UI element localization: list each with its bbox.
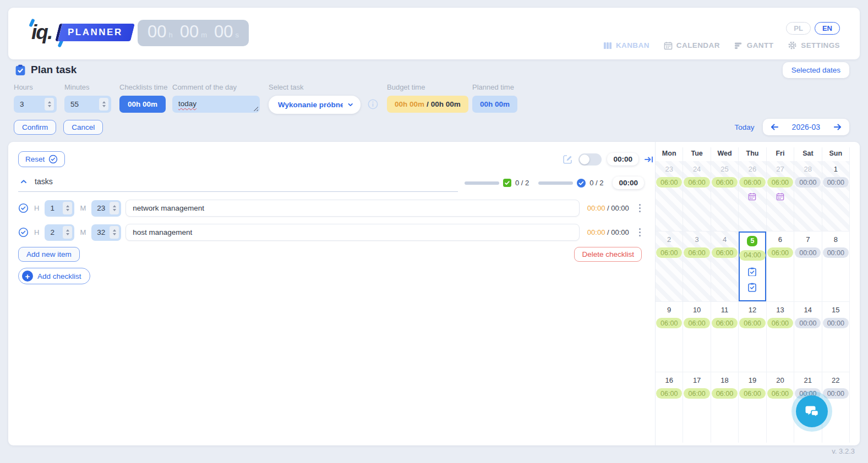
calendar-day-cell[interactable]: 800:00 bbox=[822, 232, 850, 301]
calendar-day-cell[interactable]: 306:00 bbox=[683, 232, 711, 301]
blue-check-icon bbox=[577, 179, 586, 188]
hours-stepper[interactable] bbox=[45, 98, 54, 111]
day-time-badge: 00:00 bbox=[795, 318, 821, 328]
calendar-day-cell[interactable]: 2006:00 bbox=[767, 372, 794, 443]
item-time-display: 00:00 / 00:00 bbox=[587, 204, 629, 212]
item-menu-button[interactable] bbox=[636, 226, 644, 239]
prev-month-button[interactable] bbox=[770, 123, 779, 131]
item-minutes-input[interactable]: 32 bbox=[91, 224, 121, 241]
calendar-day-cell[interactable]: 1106:00 bbox=[711, 302, 739, 372]
item-text-input[interactable]: network management bbox=[125, 200, 580, 217]
step-up-icon bbox=[48, 101, 51, 103]
task-info[interactable] bbox=[368, 99, 378, 112]
nav-gantt[interactable]: GANTT bbox=[734, 41, 774, 50]
nav-kanban[interactable]: KANBAN bbox=[603, 41, 649, 50]
calendar-day-cell[interactable]: 2406:00 bbox=[683, 161, 711, 231]
next-month-button[interactable] bbox=[833, 123, 842, 131]
calendar-day-cell[interactable]: 906:00 bbox=[656, 302, 683, 372]
confirm-button[interactable]: Confirm bbox=[14, 120, 56, 135]
item-time-spent: 00:00 bbox=[587, 228, 605, 236]
add-checklist-button[interactable]: + Add checklist bbox=[18, 268, 90, 284]
item-hours-input[interactable]: 2 bbox=[45, 224, 74, 241]
item-minutes-stepper[interactable] bbox=[110, 226, 119, 239]
comment-input[interactable]: today bbox=[172, 96, 260, 113]
edit-icon[interactable] bbox=[563, 155, 573, 164]
comment-field: Comment of the day today bbox=[172, 83, 260, 113]
day-number: 20 bbox=[767, 376, 794, 384]
day-number: 9 bbox=[656, 306, 683, 314]
delete-checklist-button[interactable]: Delete checklist bbox=[574, 247, 642, 262]
planner-board: Reset 00:00 tasks 0 / 2 0 / 2 bbox=[8, 142, 860, 445]
calendar-day-cell[interactable]: 1400:00 bbox=[794, 302, 822, 372]
checklists-time-button[interactable]: 00h 00m bbox=[119, 96, 166, 113]
calendar-day-cell[interactable]: 2506:00 bbox=[711, 161, 739, 231]
lang-pl-button[interactable]: PL bbox=[786, 22, 811, 35]
minutes-label: Minutes bbox=[64, 83, 111, 91]
calendar-day-cell[interactable]: 1500:00 bbox=[822, 302, 850, 372]
calendar-day-cell[interactable]: 2706:00 bbox=[767, 161, 794, 231]
group-progress-area: 0 / 2 0 / 2 00:00 bbox=[465, 177, 644, 192]
calendar-day-cell[interactable]: 606:00 bbox=[767, 232, 794, 301]
calendar-day-cell[interactable]: 700:00 bbox=[794, 232, 822, 301]
nav-settings[interactable]: SETTINGS bbox=[788, 41, 840, 50]
chevron-up-icon[interactable] bbox=[20, 178, 28, 185]
hours-input[interactable]: 3 bbox=[14, 96, 57, 113]
add-new-item-button[interactable]: Add new item bbox=[18, 247, 80, 262]
timer-hours: 00 bbox=[148, 22, 166, 42]
calendar-week: 906:00 1006:00 1106:00 1206:00 1306:00 1… bbox=[656, 302, 850, 372]
day-time-badge: 00:00 bbox=[823, 318, 849, 328]
item-minutes-stepper[interactable] bbox=[110, 202, 119, 214]
selected-dates-button[interactable]: Selected dates bbox=[783, 62, 849, 78]
cancel-button[interactable]: Cancel bbox=[63, 120, 103, 135]
item-hours-input[interactable]: 1 bbox=[45, 200, 74, 217]
day-number: 18 bbox=[711, 376, 738, 384]
minutes-input[interactable]: 55 bbox=[64, 96, 111, 113]
calendar-day-cell[interactable]: 2606:00 bbox=[739, 161, 766, 231]
calendar-day-cell[interactable]: 2800:00 bbox=[794, 161, 822, 231]
calendar-day-cell[interactable]: 1906:00 bbox=[739, 372, 766, 443]
item-minutes-input[interactable]: 23 bbox=[91, 200, 121, 217]
day-number: 1 bbox=[822, 165, 849, 173]
item-minutes-value: 23 bbox=[97, 204, 105, 212]
item-hours-stepper[interactable] bbox=[63, 226, 72, 239]
item-hours-stepper[interactable] bbox=[63, 202, 72, 214]
minutes-stepper[interactable] bbox=[99, 98, 108, 111]
item-check-icon[interactable] bbox=[18, 227, 29, 238]
group-title-area[interactable]: tasks bbox=[18, 177, 458, 192]
lang-en-button[interactable]: EN bbox=[815, 22, 840, 35]
calendar-day-cell[interactable]: 206:00 bbox=[656, 232, 683, 301]
calendar-day-cell[interactable]: 406:00 bbox=[711, 232, 739, 301]
select-task-dropdown[interactable]: Wykonanie próbne… bbox=[269, 96, 361, 114]
calendar-day-cell[interactable]: 1206:00 bbox=[739, 302, 766, 372]
calendar-day-cell[interactable]: 1606:00 bbox=[656, 372, 683, 443]
weekday-label: Mon bbox=[656, 147, 683, 161]
item-text-input[interactable]: host management bbox=[125, 224, 580, 241]
calendar-day-cell[interactable]: 1006:00 bbox=[683, 302, 711, 372]
today-button[interactable]: Today bbox=[735, 123, 755, 131]
calendar-day-cell[interactable]: 100:00 bbox=[822, 161, 850, 231]
planned-time-label: Planned time bbox=[472, 83, 517, 91]
checklist-header-controls: 00:00 bbox=[563, 153, 655, 166]
language-switcher: PL EN bbox=[786, 22, 840, 35]
calendar-day-cell-selected[interactable]: 5 04:00 bbox=[739, 232, 766, 301]
group-time-display: 00:00 bbox=[613, 177, 644, 189]
calendar-day-cell[interactable]: 1706:00 bbox=[683, 372, 711, 443]
day-number: 22 bbox=[822, 376, 849, 384]
step-up-icon bbox=[66, 229, 69, 232]
calendar-day-cell[interactable]: 1306:00 bbox=[767, 302, 794, 372]
step-down-icon bbox=[66, 233, 69, 235]
reset-button[interactable]: Reset bbox=[18, 151, 65, 167]
collapse-panel-icon[interactable] bbox=[644, 155, 654, 164]
checklist-badge-icon bbox=[748, 283, 756, 292]
item-check-icon[interactable] bbox=[18, 203, 29, 213]
page-title-row: Plan task bbox=[15, 64, 77, 76]
day-time-badge: 00:00 bbox=[795, 247, 821, 258]
calendar-day-cell[interactable]: 1806:00 bbox=[711, 372, 739, 443]
nav-calendar[interactable]: CALENDAR bbox=[664, 41, 720, 50]
item-menu-button[interactable] bbox=[636, 202, 644, 214]
checklist-toggle[interactable] bbox=[578, 153, 602, 166]
budget-time-display: 00h 00m / 00h 00m bbox=[387, 96, 468, 113]
chat-button[interactable] bbox=[796, 395, 828, 427]
calendar-day-cell[interactable]: 2306:00 bbox=[656, 161, 683, 231]
resize-handle[interactable] bbox=[253, 106, 258, 111]
